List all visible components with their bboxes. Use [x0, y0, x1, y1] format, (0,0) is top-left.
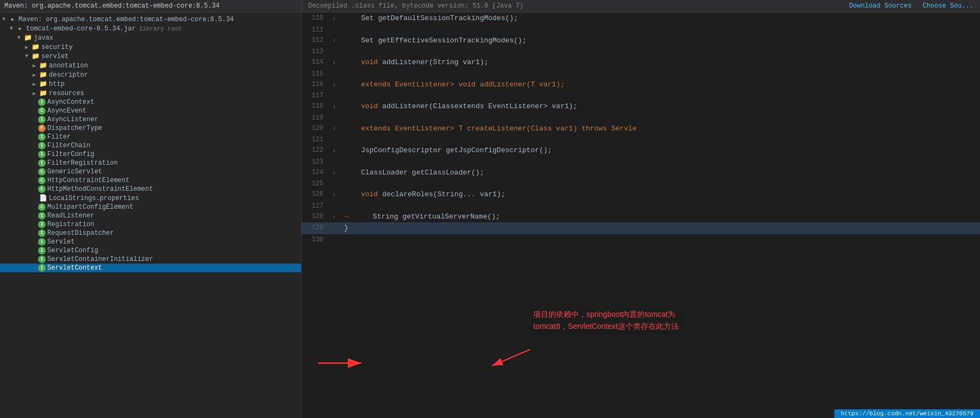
- tree-item-ServletContext[interactable]: IServletContext: [0, 264, 301, 272]
- item-label: FilterConfig: [47, 151, 94, 158]
- tree-item-ServletConfig[interactable]: IServletConfig: [0, 246, 301, 255]
- code-line-113: 113: [302, 46, 980, 57]
- tree-item-annotation[interactable]: ▶📁annotation: [0, 61, 301, 70]
- tree-item-FilterRegistration[interactable]: IFilterRegistration: [0, 159, 301, 167]
- item-label: ServletContext: [47, 264, 102, 272]
- tree-item-MultipartConfigElement[interactable]: CMultipartConfigElement: [0, 203, 301, 211]
- line-number: 129: [302, 222, 329, 234]
- tree-item-Filter[interactable]: IFilter: [0, 133, 301, 141]
- line-number: 120: [302, 123, 329, 135]
- class-badge: C: [38, 203, 46, 211]
- line-number: 112: [302, 35, 329, 47]
- line-marker: [329, 46, 340, 57]
- item-label: Registration: [47, 221, 94, 228]
- line-number: 121: [302, 134, 329, 145]
- line-marker: [329, 90, 340, 101]
- code-line-127: 127: [302, 201, 980, 211]
- tree-item-HttpMethodConstraintElement[interactable]: CHttpMethodConstraintElement: [0, 185, 301, 194]
- class-badge: I: [38, 116, 46, 123]
- line-code: Set getEffectiveSessionTrackingModes();: [340, 35, 980, 47]
- class-badge: I: [38, 247, 46, 254]
- line-code: void addListener(String var1);: [340, 57, 980, 68]
- code-line-126: 126↓ void declareRoles(String... var1);: [302, 189, 980, 201]
- line-number: 114: [302, 57, 329, 68]
- folder-icon: 📁: [30, 52, 40, 60]
- tree-item-AsyncListener[interactable]: IAsyncListener: [0, 115, 301, 124]
- tree-item-LocalStrings.properties[interactable]: 📄LocalStrings.properties: [0, 194, 301, 203]
- folder-icon: 📁: [38, 61, 48, 70]
- right-panel: Decompiled .class file, bytecode version…: [302, 0, 980, 418]
- tree-item-security[interactable]: ▶📁security: [0, 42, 301, 52]
- line-number: 115: [302, 68, 329, 79]
- class-badge: C: [38, 177, 46, 184]
- code-line-115: 115: [302, 68, 980, 79]
- item-label: descriptor: [49, 71, 88, 79]
- line-number: 110: [302, 13, 329, 24]
- tree-item-jar[interactable]: ▼▸tomcat-embed-core-8.5.34.jarlibrary ro…: [0, 24, 301, 33]
- code-table: 110↓ Set getDefaultSessionTrackingModes(…: [302, 13, 980, 245]
- tree-item-servlet[interactable]: ▼📁servlet: [0, 52, 301, 61]
- line-marker: ↓: [329, 13, 340, 24]
- tree-item-root[interactable]: ▼▸Maven: org.apache.tomcat.embed:tomcat-…: [0, 15, 301, 24]
- tree-item-javax[interactable]: ▼📁javax: [0, 33, 301, 42]
- item-label: ServletContainerInitializer: [47, 255, 153, 263]
- line-number: 125: [302, 178, 329, 189]
- line-marker: [329, 222, 340, 234]
- code-line-112: 112↓ Set getEffectiveSessionTrackingMode…: [302, 35, 980, 47]
- tree-item-AsyncEvent[interactable]: CAsyncEvent: [0, 107, 301, 115]
- tree-item-FilterConfig[interactable]: IFilterConfig: [0, 150, 301, 159]
- folder-icon: 📁: [23, 34, 33, 42]
- item-label: AsyncContext: [47, 98, 94, 106]
- tree-arrow: ▶: [23, 44, 30, 51]
- tree-item-AsyncContext[interactable]: IAsyncContext: [0, 98, 301, 107]
- line-marker: ↓: [329, 79, 340, 91]
- download-sources-link[interactable]: Download Sources: [849, 2, 912, 10]
- line-number: 118: [302, 101, 329, 113]
- item-label: RequestDispatcher: [47, 229, 114, 237]
- tree-item-GenericServlet[interactable]: CGenericServlet: [0, 167, 301, 176]
- line-marker: [329, 24, 340, 35]
- tree-item-ServletContainerInitializer[interactable]: IServletContainerInitializer: [0, 255, 301, 264]
- choose-sources-link[interactable]: Choose Sou...: [922, 2, 973, 10]
- code-line-119: 119: [302, 113, 980, 123]
- code-line-129: 129}: [302, 222, 980, 234]
- code-line-111: 111: [302, 24, 980, 35]
- line-code: extends EventListener> T createListener(…: [340, 123, 980, 135]
- item-label: Maven: org.apache.tomcat.embed:tomcat-em…: [18, 16, 234, 23]
- folder-icon: 📁: [38, 89, 48, 97]
- line-code: [340, 157, 980, 167]
- line-marker: [329, 234, 340, 245]
- tree-item-RequestDispatcher[interactable]: IRequestDispatcher: [0, 229, 301, 238]
- line-marker: ↓: [329, 123, 340, 135]
- line-marker: ↓: [329, 167, 340, 179]
- tree-item-Registration[interactable]: IRegistration: [0, 220, 301, 229]
- line-marker: ↓: [329, 189, 340, 201]
- tree-item-http[interactable]: ▶📁http: [0, 79, 301, 89]
- item-label: ReadListener: [47, 212, 94, 220]
- class-badge: I: [38, 229, 46, 237]
- decompiled-info: Decompiled .class file, bytecode version…: [308, 2, 523, 10]
- item-label: HttpConstraintElement: [47, 177, 129, 184]
- tree-item-ReadListener[interactable]: IReadListener: [0, 211, 301, 220]
- tree-item-DispatcherType[interactable]: EDispatcherType: [0, 124, 301, 133]
- line-code: [340, 113, 980, 123]
- line-marker: [329, 113, 340, 123]
- line-marker: ↓: [329, 211, 340, 223]
- tree-item-resources[interactable]: ▶📁resources: [0, 89, 301, 98]
- right-header: Decompiled .class file, bytecode version…: [302, 0, 980, 13]
- code-line-128: 128↓→ String getVirtualServerName();: [302, 211, 980, 223]
- tree-item-HttpConstraintElement[interactable]: CHttpConstraintElement: [0, 176, 301, 185]
- tree-header: Maven: org.apache.tomcat.embed:tomcat-em…: [0, 0, 301, 13]
- item-label: Servlet: [47, 238, 74, 246]
- folder-icon: ▸: [8, 15, 17, 23]
- tree-item-descriptor[interactable]: ▶📁descriptor: [0, 70, 301, 79]
- tree-item-FilterChain[interactable]: IFilterChain: [0, 141, 301, 150]
- line-number: 116: [302, 79, 329, 91]
- class-badge: C: [38, 185, 46, 193]
- status-bar: https://blog.csdn.net/weixin_43270579: [834, 409, 980, 418]
- tree-item-Servlet[interactable]: IServlet: [0, 238, 301, 246]
- item-label: servlet: [41, 53, 68, 60]
- line-code: [340, 201, 980, 211]
- class-badge: I: [38, 133, 46, 141]
- folder-icon: 📁: [38, 80, 48, 88]
